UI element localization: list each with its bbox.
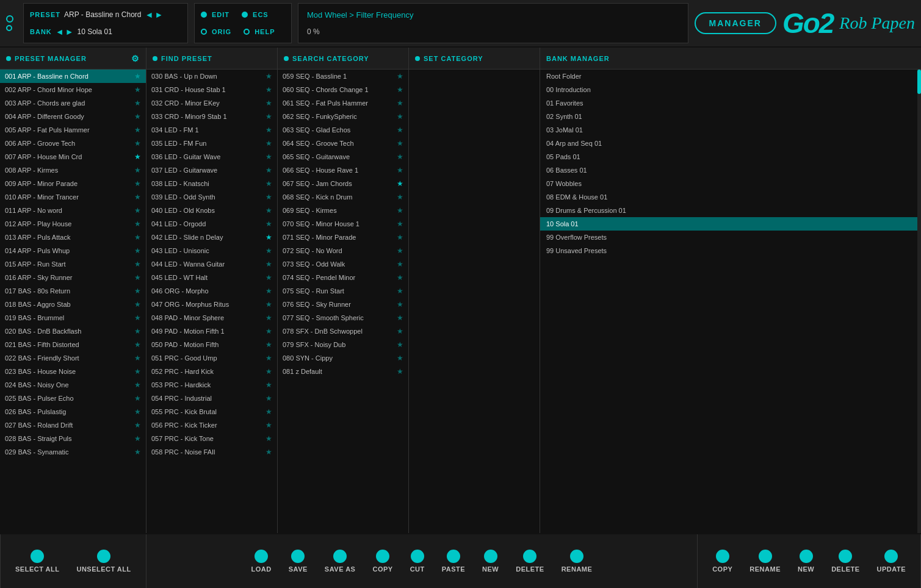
list-item[interactable]: 006 ARP - Groove Tech★: [0, 137, 146, 150]
paste-button[interactable]: PASTE: [433, 534, 474, 588]
bank-list-item[interactable]: 06 Basses 01: [540, 163, 921, 177]
list-item[interactable]: 064 SEQ - Groove Tech★: [278, 137, 408, 150]
list-item[interactable]: 058 PRC - Noise FAIl★: [146, 445, 277, 459]
unselect-all-button[interactable]: UNSELECT ALL: [68, 534, 139, 588]
rename-button[interactable]: RENAME: [553, 534, 601, 588]
list-item[interactable]: 010 ARP - Minor Trancer★: [0, 190, 146, 204]
list-item[interactable]: 003 ARP - Chords are glad★: [0, 96, 146, 110]
list-item[interactable]: 053 PRC - Hardkick★: [146, 378, 277, 392]
list-item[interactable]: 025 BAS - Pulser Echo★: [0, 392, 146, 405]
list-item[interactable]: 049 PAD - Motion Fifth 1★: [146, 324, 277, 338]
preset-next-arrow[interactable]: ►: [154, 10, 163, 19]
list-item[interactable]: 056 PRC - Kick Ticker★: [146, 418, 277, 432]
list-item[interactable]: 071 SEQ - Minor Parade★: [278, 231, 408, 244]
list-item[interactable]: 067 SEQ - Jam Chords★: [278, 177, 408, 190]
list-item[interactable]: 044 LED - Wanna Guitar★: [146, 257, 277, 271]
list-item[interactable]: 038 LED - Knatschi★: [146, 177, 277, 190]
list-item[interactable]: 009 ARP - Minor Parade★: [0, 177, 146, 190]
save-button[interactable]: SAVE: [280, 534, 316, 588]
list-item[interactable]: 014 ARP - Puls Whup★: [0, 244, 146, 257]
list-item[interactable]: 016 ARP - Sky Runner★: [0, 271, 146, 284]
list-item[interactable]: 065 SEQ - Guitarwave★: [278, 150, 408, 163]
list-item[interactable]: 047 ORG - Morphus Ritus★: [146, 298, 277, 311]
list-item[interactable]: 028 BAS - Straigt Puls★: [0, 432, 146, 445]
list-item[interactable]: 013 ARP - Puls Attack★: [0, 231, 146, 244]
list-item[interactable]: 076 SEQ - Sky Runner★: [278, 298, 408, 311]
list-item[interactable]: 005 ARP - Fat Puls Hammer★: [0, 123, 146, 137]
bank-copy-button[interactable]: COPY: [704, 534, 741, 588]
bank-list-item[interactable]: 09 Drums & Percussion 01: [540, 204, 921, 217]
list-item[interactable]: 060 SEQ - Chords Change 1★: [278, 83, 408, 96]
list-item[interactable]: 011 ARP - No word★: [0, 204, 146, 217]
list-item[interactable]: 015 ARP - Run Start★: [0, 257, 146, 271]
list-item[interactable]: 070 SEQ - Minor House 1★: [278, 217, 408, 231]
list-item[interactable]: 054 PRC - Industrial★: [146, 392, 277, 405]
copy-button[interactable]: COPY: [364, 534, 401, 588]
list-item[interactable]: 033 CRD - Minor9 Stab 1★: [146, 110, 277, 123]
list-item[interactable]: 034 LED - FM 1★: [146, 123, 277, 137]
bank-list-item[interactable]: 10 Sola 01: [540, 217, 921, 231]
preset-nav-arrows[interactable]: ◄ ►: [145, 10, 164, 19]
list-item[interactable]: 032 CRD - Minor EKey★: [146, 96, 277, 110]
list-item[interactable]: 061 SEQ - Fat Puls Hammer★: [278, 96, 408, 110]
bank-delete-button[interactable]: DELETE: [823, 534, 868, 588]
list-item[interactable]: 074 SEQ - Pendel Minor★: [278, 271, 408, 284]
list-item[interactable]: 077 SEQ - Smooth Spheric★: [278, 311, 408, 324]
preset-prev-arrow[interactable]: ◄: [145, 10, 154, 19]
select-all-button[interactable]: SELECT ALL: [7, 534, 68, 588]
list-item[interactable]: 040 LED - Old Knobs★: [146, 204, 277, 217]
list-item[interactable]: 031 CRD - House Stab 1★: [146, 83, 277, 96]
bank-scrollbar-thumb[interactable]: [917, 70, 921, 94]
list-item[interactable]: 002 ARP - Chord Minor Hope★: [0, 83, 146, 96]
bank-new-button[interactable]: NEW: [789, 534, 823, 588]
list-item[interactable]: 052 PRC - Hard Kick★: [146, 365, 277, 378]
bank-list-item[interactable]: 99 Overflow Presets: [540, 231, 921, 244]
bank-list-item[interactable]: 02 Synth 01: [540, 110, 921, 123]
list-item[interactable]: 059 SEQ - Bassline 1★: [278, 70, 408, 83]
list-item[interactable]: 045 LED - WT Halt★: [146, 271, 277, 284]
bank-prev-arrow[interactable]: ◄: [56, 27, 64, 36]
list-item[interactable]: 080 SYN - Cippy★: [278, 351, 408, 365]
bank-list-item[interactable]: 99 Unsaved Presets: [540, 244, 921, 257]
list-item[interactable]: 063 SEQ - Glad Echos★: [278, 123, 408, 137]
cut-button[interactable]: CUT: [402, 534, 433, 588]
list-item[interactable]: 019 BAS - Brummel★: [0, 311, 146, 324]
bank-rename-button[interactable]: RENAME: [741, 534, 789, 588]
list-item[interactable]: 078 SFX - DnB Schwoppel★: [278, 324, 408, 338]
list-item[interactable]: 017 BAS - 80s Return★: [0, 284, 146, 298]
list-item[interactable]: 051 PRC - Good Ump★: [146, 351, 277, 365]
bank-list-item[interactable]: 04 Arp and Seq 01: [540, 137, 921, 150]
list-item[interactable]: 018 BAS - Aggro Stab★: [0, 298, 146, 311]
bank-list-item[interactable]: 01 Favorites: [540, 96, 921, 110]
list-item[interactable]: 039 LED - Odd Synth★: [146, 190, 277, 204]
list-item[interactable]: 079 SFX - Noisy Dub★: [278, 338, 408, 351]
list-item[interactable]: 035 LED - FM Fun★: [146, 137, 277, 150]
delete-button[interactable]: DELETE: [507, 534, 552, 588]
save-as-button[interactable]: SAVE AS: [316, 534, 364, 588]
list-item[interactable]: 001 ARP - Bassline n Chord★: [0, 70, 146, 83]
list-item[interactable]: 020 BAS - DnB Backflash★: [0, 324, 146, 338]
bank-nav-arrows[interactable]: ◄ ►: [56, 27, 74, 36]
list-item[interactable]: 029 BAS - Synamatic★: [0, 445, 146, 459]
bank-next-arrow[interactable]: ►: [65, 27, 74, 36]
list-item[interactable]: 072 SEQ - No Word★: [278, 244, 408, 257]
list-item[interactable]: 012 ARP - Play House★: [0, 217, 146, 231]
list-item[interactable]: 066 SEQ - House Rave 1★: [278, 163, 408, 177]
bank-list-item[interactable]: 07 Wobbles: [540, 177, 921, 190]
bank-list-item[interactable]: 00 Introduction: [540, 83, 921, 96]
list-item[interactable]: 036 LED - Guitar Wave★: [146, 150, 277, 163]
list-item[interactable]: 062 SEQ - FunkySpheric★: [278, 110, 408, 123]
bank-update-button[interactable]: UPDATE: [869, 534, 914, 588]
list-item[interactable]: 004 ARP - Different Goody★: [0, 110, 146, 123]
list-item[interactable]: 007 ARP - House Min Crd★: [0, 150, 146, 163]
orig-radio[interactable]: [201, 29, 207, 35]
bank-list-item[interactable]: 08 EDM & House 01: [540, 190, 921, 204]
list-item[interactable]: 057 PRC - Kick Tone★: [146, 432, 277, 445]
list-item[interactable]: 008 ARP - Kirmes★: [0, 163, 146, 177]
list-item[interactable]: 050 PAD - Motion Fifth★: [146, 338, 277, 351]
list-item[interactable]: 022 BAS - Friendly Short★: [0, 351, 146, 365]
new-button[interactable]: NEW: [474, 534, 507, 588]
list-item[interactable]: 037 LED - Guitarwave★: [146, 163, 277, 177]
bank-list-item[interactable]: Root Folder: [540, 70, 921, 83]
list-item[interactable]: 026 BAS - Pulslastig★: [0, 405, 146, 418]
